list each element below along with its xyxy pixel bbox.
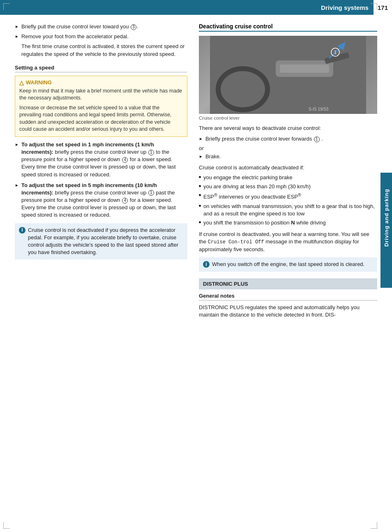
circle-1a: 1 — [148, 150, 154, 155]
step2-text: briefly press the cruise control lever u… — [55, 190, 148, 196]
step-item-1: ► To adjust the set speed in 1 mph incre… — [15, 141, 187, 178]
dot-item-2: you are driving at less than 20 mph (30 … — [199, 183, 377, 190]
main-content: ► Briefly pull the cruise control lever … — [0, 15, 392, 327]
general-notes-text: DISTRONIC PLUS regulates the speed and a… — [199, 304, 377, 319]
dot-2 — [199, 185, 201, 187]
info-box-right: i When you switch off the engine, the la… — [199, 257, 377, 271]
distronic-box: DISTRONIC PLUS — [199, 278, 377, 289]
right-column: Deactivating cruise control — [199, 23, 377, 319]
dot-1 — [199, 176, 201, 178]
deact-bullet-2-text: Brake. — [205, 153, 221, 160]
step-text-2: To adjust the set speed in 5 mph increme… — [21, 182, 187, 219]
deact-para: If cruise control is deactivated, you wi… — [199, 231, 377, 253]
corner-mark-tr — [371, 3, 377, 10]
bullet-item-1: ► Briefly pull the cruise control lever … — [15, 23, 187, 30]
dot-text-2: you are driving at less than 20 mph (30 … — [203, 183, 311, 190]
warning-label: WARNING — [26, 79, 52, 86]
corner-mark-tl — [3, 3, 10, 10]
info-text-left: Cruise control is not deactivated if you… — [28, 227, 183, 257]
mono-text: Cruise Con-trol Off — [208, 239, 264, 245]
bullet-item-2: ► Remove your foot from the accelerator … — [15, 33, 187, 40]
header-title: Driving systems — [321, 4, 374, 11]
info-icon-left: i — [19, 227, 25, 234]
auto-deact-text: Cruise control is automatically deactiva… — [199, 164, 377, 171]
deactivating-heading: Deactivating cruise control — [199, 23, 377, 32]
dot-text-3: ESP® intervenes or you deactivate ESP® — [203, 192, 301, 201]
deact-intro: There are several ways to deactivate cru… — [199, 125, 377, 132]
corner-mark-bl — [3, 522, 10, 529]
dot-text-4: on vehicles with manual transmission, yo… — [203, 203, 377, 217]
dot-item-1: you engage the electric parking brake — [199, 174, 377, 181]
info-icon-right: i — [203, 261, 210, 268]
deact-bullet-2: ► Brake. — [199, 153, 377, 160]
bullet-text-2: Remove your foot from the accelerator pe… — [21, 33, 129, 40]
deact-bullet1-label: Briefly press the cruise control lever f… — [205, 136, 314, 142]
warning-triangle-icon: △ — [19, 79, 24, 86]
image-placeholder: S-IS 19/S3 1 — [199, 36, 377, 114]
dot-text-1: you engage the electric parking brake — [203, 174, 293, 181]
deact-bullet-1: ► Briefly press the cruise control lever… — [199, 135, 377, 143]
or-text: or — [199, 145, 377, 151]
circle-4b: 4 — [122, 198, 128, 204]
deact-arrow-1: ► — [199, 136, 203, 143]
warning-para2: Increase or decrease the set vehicle spe… — [19, 104, 183, 133]
dot-list: you engage the electric parking brake yo… — [199, 174, 377, 227]
dot-item-3: ESP® intervenes or you deactivate ESP® — [199, 192, 377, 201]
corner-mark-br — [371, 522, 377, 529]
dot-item-4: on vehicles with manual transmission, yo… — [199, 203, 377, 217]
info-text-right: When you switch off the engine, the last… — [212, 261, 364, 268]
step-item-2: ► To adjust the set speed in 5 mph incre… — [15, 182, 187, 219]
setting-speed-heading: Setting a speed — [15, 65, 187, 72]
side-tab-label: Driving and parking — [383, 189, 390, 247]
circle-1b: 1 — [148, 190, 154, 196]
warning-para1: Keep in mind that it may take a brief mo… — [19, 88, 183, 102]
dot-text-5: you shift the transmission to position N… — [203, 219, 326, 227]
warning-text: Keep in mind that it may take a brief mo… — [19, 88, 183, 133]
step-arrow-1: ► — [15, 142, 19, 178]
sub-text: The first time cruise control is activat… — [21, 43, 187, 58]
image-svg: S-IS 19/S3 1 — [199, 36, 377, 114]
dot-item-5: you shift the transmission to position N… — [199, 219, 377, 227]
step1-text: briefly press the cruise control lever u… — [55, 149, 148, 155]
dot-5 — [199, 221, 201, 223]
bullet-arrow-2: ► — [15, 34, 19, 40]
warning-box: △ WARNING Keep in mind that it may take … — [15, 76, 187, 137]
svg-text:1: 1 — [334, 50, 337, 55]
bullet-text-1: Briefly pull the cruise control lever to… — [21, 23, 138, 30]
left-column: ► Briefly pull the cruise control lever … — [15, 23, 187, 319]
deact-bullet-1-text: Briefly press the cruise control lever f… — [205, 135, 323, 143]
circle-3: 3 — [131, 24, 136, 30]
circle-4a: 4 — [122, 157, 128, 163]
dot-4 — [199, 205, 201, 207]
side-tab: Driving and parking — [380, 173, 392, 263]
image-caption: Cruise control lever — [199, 116, 377, 120]
warning-title: △ WARNING — [19, 79, 183, 86]
step-text-1: To adjust the set speed in 1 mph increme… — [21, 141, 187, 178]
circle-1c: 1 — [314, 136, 320, 142]
info-box-left: i Cruise control is not deactivated if y… — [15, 223, 187, 260]
svg-rect-3 — [280, 65, 329, 73]
svg-text:S-IS 19/S3: S-IS 19/S3 — [309, 107, 329, 111]
dot-3 — [199, 194, 201, 196]
bullet-arrow-1: ► — [15, 24, 19, 30]
step-arrow-2: ► — [15, 183, 19, 219]
side-tab-blue-block — [380, 263, 392, 288]
header-bar: Driving systems 171 — [0, 0, 392, 15]
general-notes-heading: General notes — [199, 293, 377, 301]
deact-arrow-2: ► — [199, 154, 203, 160]
cruise-control-image: S-IS 19/S3 1 — [199, 36, 377, 114]
